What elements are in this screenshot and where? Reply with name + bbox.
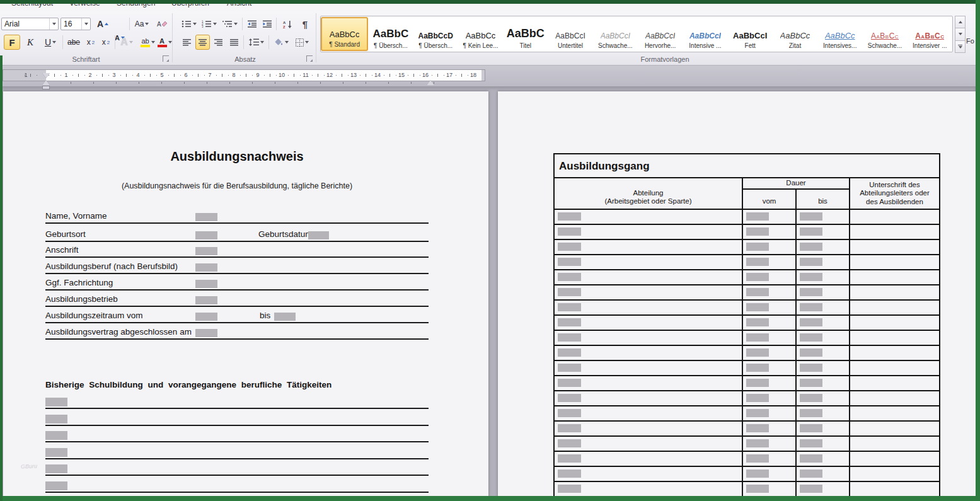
- style-item-standard[interactable]: AaBbCc¶ Standard: [321, 17, 368, 51]
- cell-placeholder-box[interactable]: [746, 273, 769, 281]
- paragraph-dialog-launcher[interactable]: [306, 55, 313, 62]
- cell-placeholder-box[interactable]: [558, 333, 581, 342]
- chevron-down-icon[interactable]: [81, 18, 90, 30]
- cell-placeholder-box[interactable]: [746, 469, 769, 478]
- field-placeholder-box[interactable]: [195, 313, 217, 321]
- blank-line-placeholder-box[interactable]: [45, 398, 67, 406]
- subscript-button[interactable]: x2: [84, 35, 98, 50]
- numbering-button[interactable]: 1 2 3: [200, 17, 219, 31]
- cell-placeholder-box[interactable]: [746, 333, 769, 342]
- style-item-subtitle[interactable]: AaBbCcIUntertitel: [548, 17, 592, 51]
- align-left-button[interactable]: [180, 35, 194, 50]
- field-placeholder-box[interactable]: [195, 213, 217, 221]
- tab-überprüfen[interactable]: Überprüfen: [171, 4, 209, 8]
- font-color-button[interactable]: A: [158, 35, 171, 50]
- style-item-subtle-em[interactable]: AaBbCcISchwache...: [593, 17, 638, 51]
- cell-placeholder-box[interactable]: [558, 303, 581, 311]
- cell-placeholder-box[interactable]: [746, 288, 769, 296]
- field-placeholder-box[interactable]: [195, 247, 217, 255]
- style-item-intense-quote[interactable]: AaBbCcIntensives...: [817, 17, 862, 51]
- cell-placeholder-box[interactable]: [558, 469, 581, 478]
- cell-placeholder-box[interactable]: [558, 485, 581, 493]
- text-effects-button[interactable]: A: [117, 35, 136, 50]
- cell-placeholder-box[interactable]: [746, 243, 769, 251]
- cell-placeholder-box[interactable]: [746, 409, 769, 417]
- style-item-title[interactable]: AaBbCTitel: [503, 17, 548, 51]
- cell-placeholder-box[interactable]: [746, 303, 769, 311]
- decrease-indent-button[interactable]: [245, 17, 259, 31]
- cell-placeholder-box[interactable]: [800, 348, 822, 357]
- cell-placeholder-box[interactable]: [800, 227, 822, 236]
- cell-placeholder-box[interactable]: [558, 227, 581, 236]
- justify-button[interactable]: [227, 35, 241, 50]
- cell-placeholder-box[interactable]: [800, 424, 822, 432]
- style-item-intense-em[interactable]: AaBbCcIIntensive ...: [683, 17, 727, 51]
- sort-button[interactable]: A Z: [279, 17, 296, 31]
- shading-button[interactable]: [272, 35, 291, 50]
- field-placeholder-box[interactable]: [195, 280, 217, 288]
- cell-placeholder-box[interactable]: [558, 409, 581, 417]
- cell-placeholder-box[interactable]: [558, 243, 581, 251]
- blank-line-placeholder-box[interactable]: [45, 464, 67, 473]
- cell-placeholder-box[interactable]: [746, 348, 769, 357]
- cell-placeholder-box[interactable]: [746, 258, 769, 266]
- cell-placeholder-box[interactable]: [558, 424, 581, 432]
- field-placeholder-box[interactable]: [195, 231, 217, 239]
- cell-placeholder-box[interactable]: [746, 394, 769, 402]
- field-placeholder-box[interactable]: [308, 231, 329, 239]
- chevron-down-icon[interactable]: [49, 18, 58, 30]
- cell-placeholder-box[interactable]: [558, 454, 581, 463]
- cell-placeholder-box[interactable]: [746, 439, 769, 447]
- cell-placeholder-box[interactable]: [800, 243, 822, 251]
- cell-placeholder-box[interactable]: [558, 394, 581, 402]
- cell-placeholder-box[interactable]: [746, 485, 769, 493]
- style-item-subtle-ref[interactable]: AaBbCcSchwache...: [862, 17, 907, 51]
- gallery-scroll-down-button[interactable]: [955, 28, 966, 40]
- bold-button[interactable]: F: [4, 35, 20, 50]
- cell-placeholder-box[interactable]: [746, 424, 769, 432]
- left-indent-marker[interactable]: [42, 86, 50, 89]
- cell-placeholder-box[interactable]: [558, 379, 581, 387]
- gallery-expand-button[interactable]: [955, 40, 966, 53]
- font-size-combobox[interactable]: 16: [61, 18, 91, 30]
- cell-placeholder-box[interactable]: [800, 273, 822, 281]
- cell-placeholder-box[interactable]: [558, 364, 581, 372]
- cell-placeholder-box[interactable]: [558, 318, 581, 326]
- cell-placeholder-box[interactable]: [558, 273, 581, 281]
- style-item-quote[interactable]: AaBbCcZitat: [773, 17, 817, 51]
- grow-font-button[interactable]: A: [95, 17, 111, 31]
- cell-placeholder-box[interactable]: [558, 258, 581, 266]
- cell-placeholder-box[interactable]: [558, 288, 581, 296]
- underline-button[interactable]: U: [40, 35, 61, 50]
- clear-formatting-button[interactable]: A: [154, 17, 170, 31]
- align-right-button[interactable]: [211, 35, 226, 50]
- gallery-scroll-up-button[interactable]: [955, 16, 966, 28]
- cell-placeholder-box[interactable]: [800, 379, 822, 387]
- cell-placeholder-box[interactable]: [746, 318, 769, 326]
- cell-placeholder-box[interactable]: [746, 379, 769, 387]
- align-center-button[interactable]: [195, 35, 210, 50]
- right-indent-marker[interactable]: [427, 80, 434, 85]
- tab-sendungen[interactable]: Sendungen: [117, 4, 155, 8]
- cell-placeholder-box[interactable]: [746, 454, 769, 463]
- cell-placeholder-box[interactable]: [800, 333, 822, 342]
- font-name-combobox[interactable]: Arial: [1, 18, 59, 30]
- strikethrough-button[interactable]: abe: [65, 35, 83, 50]
- blank-line-placeholder-box[interactable]: [45, 481, 67, 490]
- cell-placeholder-box[interactable]: [800, 318, 822, 326]
- change-case-button[interactable]: Aa: [132, 17, 152, 31]
- tab-verweise[interactable]: Verweise: [69, 4, 100, 8]
- cell-placeholder-box[interactable]: [558, 212, 581, 221]
- cell-placeholder-box[interactable]: [800, 439, 822, 447]
- increase-indent-button[interactable]: [260, 17, 274, 31]
- style-item-h1[interactable]: AaBbC¶ Übersch...: [368, 17, 413, 51]
- text-highlight-button[interactable]: ab: [138, 35, 158, 50]
- cell-placeholder-box[interactable]: [800, 485, 822, 493]
- font-dialog-launcher[interactable]: [163, 55, 169, 62]
- cell-placeholder-box[interactable]: [746, 227, 769, 236]
- cell-placeholder-box[interactable]: [746, 364, 769, 372]
- show-paragraph-marks-button[interactable]: ¶: [298, 17, 312, 31]
- tab-ansicht[interactable]: Ansicht: [227, 4, 251, 8]
- cell-placeholder-box[interactable]: [800, 212, 822, 221]
- blank-line-placeholder-box[interactable]: [45, 431, 67, 440]
